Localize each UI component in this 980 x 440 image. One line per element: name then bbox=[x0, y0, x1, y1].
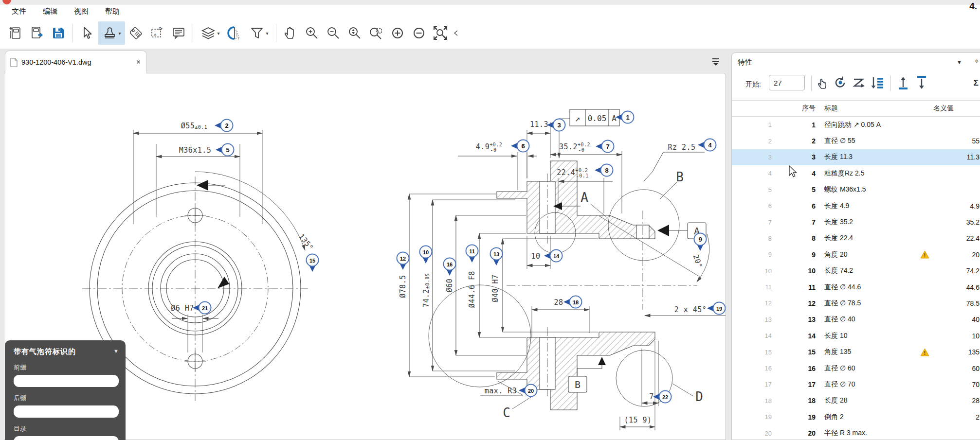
select-region-button[interactable]: A 1 bbox=[146, 21, 168, 45]
move-to-top-button[interactable] bbox=[896, 75, 910, 90]
dimension-labels: Ø55±0.1M36x1.5135°Ø6 H711.34.9+0.2-035.2… bbox=[171, 120, 707, 424]
row-index: 20 bbox=[773, 429, 816, 437]
row-gutter-number: 19 bbox=[732, 413, 773, 421]
table-row[interactable]: 2020半径 R 3 max. bbox=[732, 425, 980, 440]
balloon-6[interactable]: 6 bbox=[511, 140, 529, 152]
balloon-1[interactable]: 1 bbox=[616, 111, 634, 123]
balloon-panel-title: 带有气泡符标识的 bbox=[14, 347, 117, 356]
balloon-20[interactable]: 20 bbox=[519, 385, 537, 397]
zoom-window-button[interactable] bbox=[365, 21, 387, 45]
menu-item-1[interactable]: 编辑 bbox=[43, 7, 57, 16]
table-row[interactable]: 1818长度 2828 bbox=[732, 393, 980, 409]
decrease-button[interactable] bbox=[408, 21, 430, 45]
zoom-vertical-button[interactable] bbox=[344, 21, 365, 45]
row-gutter-number: 17 bbox=[732, 381, 773, 388]
menu-item-3[interactable]: 帮助 bbox=[105, 7, 120, 16]
suffix-input[interactable] bbox=[14, 405, 119, 418]
new-document-button[interactable] bbox=[5, 21, 26, 45]
balloon-13[interactable]: 13 bbox=[490, 248, 503, 266]
table-row[interactable]: 1010长度 74.274.2 bbox=[732, 263, 980, 279]
dimension-text: Ø55±0.1 bbox=[181, 122, 208, 130]
start-number-input[interactable] bbox=[769, 75, 805, 90]
table-row[interactable]: 1919倒角 22 bbox=[732, 409, 980, 425]
table-row[interactable]: 22直径 ∅ 5555 bbox=[732, 133, 980, 149]
dimension-text: (15 9) bbox=[624, 416, 652, 424]
dimension-text: 22.4+0.2-0.1 bbox=[557, 168, 589, 178]
balloon-10[interactable]: 10 bbox=[420, 246, 432, 264]
compare-halves-button[interactable] bbox=[224, 21, 245, 45]
filter-button[interactable]: ▾ bbox=[245, 21, 272, 45]
balloon-18[interactable]: 18 bbox=[563, 296, 582, 308]
table-row[interactable]: 1717直径 ∅ 7070 bbox=[732, 376, 980, 392]
increase-button[interactable] bbox=[387, 21, 408, 45]
balloon-5[interactable]: 5 bbox=[216, 144, 234, 156]
stamp-balloon-button[interactable]: ▾ bbox=[98, 21, 125, 45]
menu-item-0[interactable]: 文件 bbox=[12, 7, 26, 16]
table-row[interactable]: 44粗糙度Rz 2.5 bbox=[732, 165, 980, 181]
table-row[interactable]: 77长度 35.235.2 bbox=[732, 214, 980, 230]
balloon-panel-collapse-caret[interactable]: ▼ bbox=[113, 348, 119, 354]
sort-descending-button[interactable] bbox=[870, 75, 884, 90]
refresh-button[interactable] bbox=[833, 75, 848, 90]
properties-title: 特性 bbox=[738, 58, 752, 67]
pan-hand-button[interactable] bbox=[280, 21, 301, 45]
tab-close-button[interactable]: × bbox=[135, 58, 142, 67]
warning-icon bbox=[920, 348, 929, 356]
pin-icon[interactable]: ⌖ bbox=[975, 57, 979, 66]
table-row[interactable]: 99角度 2020 bbox=[732, 246, 980, 263]
table-row[interactable]: 1111直径 ∅ 44.644.6 bbox=[732, 279, 980, 295]
balloon-19[interactable]: 19 bbox=[707, 302, 726, 315]
menu-item-2[interactable]: 视图 bbox=[74, 7, 89, 16]
balloon-15[interactable]: 15 bbox=[307, 254, 319, 272]
table-row[interactable]: 55螺纹 M36x1.5 bbox=[732, 182, 980, 198]
balloon-2[interactable]: 2 bbox=[215, 120, 233, 132]
tag-button[interactable] bbox=[125, 21, 146, 45]
column-header-no[interactable]: 序号 bbox=[773, 104, 816, 113]
layers-dropdown-caret[interactable]: ▾ bbox=[217, 31, 219, 36]
zoom-in-button[interactable] bbox=[301, 21, 323, 45]
table-row[interactable]: 33长度 11.311.3 bbox=[732, 149, 980, 165]
row-index: 19 bbox=[773, 413, 816, 421]
properties-collapse-caret[interactable]: ▼ bbox=[957, 59, 962, 65]
layers-button[interactable]: ▾ bbox=[197, 21, 224, 45]
toolbar-collapse-button[interactable] bbox=[451, 21, 461, 45]
open-document-button[interactable] bbox=[26, 21, 48, 45]
balloon-7[interactable]: 7 bbox=[596, 141, 614, 153]
table-row[interactable]: 66长度 4.94.9 bbox=[732, 198, 980, 214]
balloon-16[interactable]: 16 bbox=[444, 258, 456, 276]
balloon-3[interactable]: 3 bbox=[547, 119, 565, 131]
table-row[interactable]: 1515角度 135135 bbox=[732, 344, 980, 360]
save-button[interactable] bbox=[48, 21, 69, 45]
table-row[interactable]: 1414长度 1010 bbox=[732, 328, 980, 344]
prefix-input[interactable] bbox=[14, 375, 119, 387]
balloon-21[interactable]: 21 bbox=[193, 302, 211, 314]
document-tab[interactable]: 930-1200-406-V1.dwg × bbox=[5, 51, 147, 73]
column-header-title[interactable]: 标题 bbox=[816, 104, 916, 113]
column-header-value[interactable]: 名义值 bbox=[933, 104, 980, 113]
reorder-path-button[interactable] bbox=[852, 75, 866, 90]
svg-text:18: 18 bbox=[573, 299, 579, 305]
svg-text:5: 5 bbox=[226, 146, 229, 154]
balloon-22[interactable]: 22 bbox=[653, 391, 671, 403]
balloon-11[interactable]: 11 bbox=[466, 245, 478, 263]
balloon-8[interactable]: 8 bbox=[595, 164, 613, 176]
table-row[interactable]: 11径向跳动 ↗ 0.05 A bbox=[732, 117, 980, 133]
filter-dropdown-caret[interactable]: ▾ bbox=[266, 31, 268, 36]
pick-hand-button[interactable] bbox=[816, 75, 830, 90]
zoom-fit-button[interactable] bbox=[430, 21, 451, 45]
balloon-12[interactable]: 12 bbox=[397, 252, 409, 270]
comment-button[interactable] bbox=[168, 21, 189, 45]
table-row[interactable]: 1313直径 ∅ 4040 bbox=[732, 312, 980, 328]
table-row[interactable]: 1212直径 ∅ 78.578.5 bbox=[732, 295, 980, 311]
zoom-out-button[interactable] bbox=[323, 21, 344, 45]
move-to-bottom-button[interactable] bbox=[914, 75, 929, 90]
balloon-4[interactable]: 4 bbox=[698, 139, 716, 151]
select-cursor-button[interactable] bbox=[76, 21, 98, 45]
stamp-dropdown-caret[interactable]: ▾ bbox=[118, 31, 121, 36]
catalog-input[interactable] bbox=[14, 436, 119, 440]
table-row[interactable]: 1616直径 ∅ 6060 bbox=[732, 360, 980, 376]
sum-button[interactable]: Σ bbox=[974, 78, 979, 88]
tabs-menu-button[interactable] bbox=[711, 57, 722, 67]
table-row[interactable]: 88长度 22.422.4 bbox=[732, 230, 980, 246]
balloon-9[interactable]: 9 bbox=[694, 233, 707, 251]
